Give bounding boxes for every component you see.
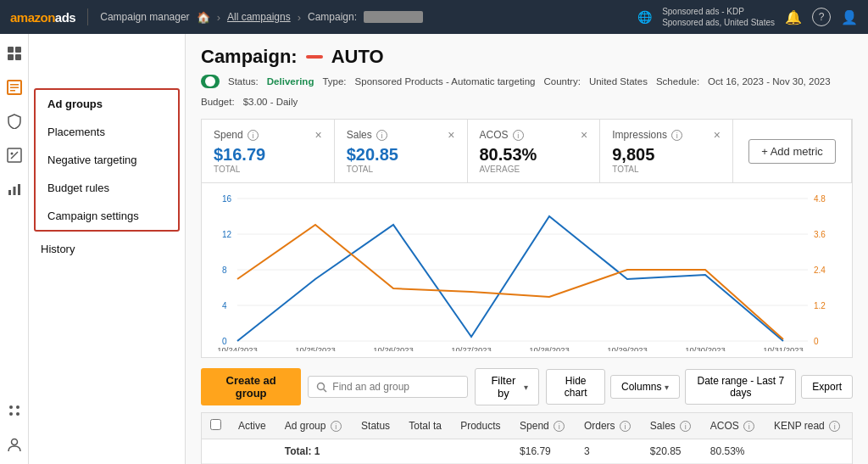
campaign-meta: Status: Delivering Type: Sponsored Produ…	[201, 75, 853, 107]
select-all-checkbox[interactable]	[210, 419, 221, 430]
svg-point-14	[16, 405, 19, 409]
svg-point-17	[11, 439, 17, 445]
sales-info-icon[interactable]: i	[376, 130, 387, 141]
svg-rect-6	[10, 87, 19, 89]
acos-col-info-icon[interactable]: i	[743, 421, 754, 432]
sidebar-item-placements[interactable]: Placements	[36, 118, 178, 146]
sidebar-item-campaign-settings[interactable]: Campaign settings	[36, 202, 178, 230]
svg-text:0: 0	[814, 337, 819, 346]
total-acos: 80.53%	[702, 439, 765, 464]
toolbar: Create ad group Filter by ▾ Hide chart C…	[201, 368, 853, 405]
th-checkbox	[202, 413, 230, 439]
svg-rect-5	[10, 84, 19, 86]
columns-button[interactable]: Columns ▾	[610, 375, 680, 399]
th-products: Products	[452, 413, 511, 439]
svg-point-15	[9, 412, 13, 416]
budget-value: $3.00 - Daily	[243, 97, 298, 107]
type-value: Sponsored Products - Automatic targeting	[355, 76, 536, 87]
status-toggle[interactable]	[201, 75, 220, 88]
add-metric-card[interactable]: + Add metric	[733, 120, 852, 182]
kenp-info-icon[interactable]: i	[829, 421, 840, 432]
sidebar-item-negative-targeting[interactable]: Negative targeting	[36, 146, 178, 174]
svg-text:10/30/2023: 10/30/2023	[685, 345, 726, 351]
campaign-manager-label: Campaign manager	[100, 11, 189, 23]
icon-bar-shield[interactable]	[3, 110, 25, 132]
navbar: amazonads Campaign manager 🏠 › All campa…	[0, 0, 868, 34]
spend-subtext: TOTAL	[214, 165, 322, 174]
spend-value: $16.79	[214, 145, 322, 165]
acos-info-icon[interactable]: i	[513, 130, 524, 141]
acos-close-btn[interactable]: ×	[581, 128, 587, 142]
svg-point-9	[10, 153, 13, 155]
hide-chart-button[interactable]: Hide chart	[546, 369, 605, 405]
navbar-right: 🌐 Sponsored ads - KDP Sponsored ads, Uni…	[637, 6, 858, 28]
th-status: Status	[353, 413, 400, 439]
toolbar-right: Hide chart Columns ▾ Date range - Last 7…	[546, 369, 853, 405]
help-button[interactable]: ?	[812, 8, 831, 26]
acos-subtext: AVERAGE	[480, 165, 588, 174]
sales-close-btn[interactable]: ×	[448, 128, 454, 142]
th-active: Active	[230, 413, 276, 439]
svg-rect-7	[10, 90, 15, 92]
status-value: Delivering	[267, 76, 314, 87]
sidebar-item-budget-rules[interactable]: Budget rules	[36, 174, 178, 202]
spend-close-btn[interactable]: ×	[315, 128, 322, 142]
chart-area: 16 12 8 4 0 4.8 3.6 2.4 1.2 0	[202, 183, 852, 357]
impressions-close-btn[interactable]: ×	[714, 128, 721, 142]
user-button[interactable]: 👤	[841, 9, 858, 25]
svg-text:10/31/2023: 10/31/2023	[763, 345, 804, 351]
icon-bar-grid[interactable]	[3, 42, 25, 64]
impressions-subtext: TOTAL	[612, 165, 721, 174]
spend-info-icon[interactable]: i	[248, 130, 259, 141]
svg-text:2.4: 2.4	[814, 266, 826, 275]
create-ad-group-button[interactable]: Create ad group	[201, 368, 301, 405]
filter-by-button[interactable]: Filter by ▾	[475, 368, 539, 405]
notifications-button[interactable]: 🔔	[785, 9, 802, 25]
svg-rect-10	[8, 190, 11, 195]
svg-text:10/27/2023: 10/27/2023	[451, 345, 492, 351]
svg-text:10/29/2023: 10/29/2023	[607, 345, 648, 351]
acos-value: 80.53%	[480, 145, 588, 165]
breadcrumb-campaign-label: Campaign:	[308, 11, 357, 23]
metric-card-impressions: Impressions i × 9,805 TOTAL	[600, 120, 733, 182]
icon-bar-campaign[interactable]	[3, 76, 25, 98]
icon-bar-apps[interactable]	[3, 400, 25, 422]
add-metric-button[interactable]: + Add metric	[748, 139, 836, 164]
date-range-button[interactable]: Date range - Last 7 days	[685, 369, 796, 405]
svg-point-16	[16, 412, 19, 416]
sales-value: $20.85	[347, 145, 455, 165]
sidebar-item-history[interactable]: History	[29, 235, 185, 263]
export-button[interactable]: Export	[801, 375, 853, 399]
impressions-info-icon[interactable]: i	[671, 130, 682, 141]
search-box	[308, 376, 468, 398]
svg-text:10/26/2023: 10/26/2023	[373, 345, 414, 351]
budget-label: Budget:	[201, 97, 235, 107]
ad-group-info-icon[interactable]: i	[331, 421, 342, 432]
filter-chevron-icon: ▾	[524, 383, 528, 392]
metric-card-sales: Sales i × $20.85 TOTAL	[335, 120, 468, 182]
breadcrumb-all-campaigns[interactable]: All campaigns	[227, 11, 291, 23]
svg-point-13	[9, 405, 13, 409]
svg-point-41	[318, 383, 325, 389]
spend-col-info-icon[interactable]: i	[554, 421, 565, 432]
orders-info-icon[interactable]: i	[620, 421, 631, 432]
sidebar-item-ad-groups[interactable]: Ad groups	[36, 90, 178, 118]
svg-text:16: 16	[222, 194, 232, 204]
breadcrumb-home-icon[interactable]: 🏠	[197, 11, 210, 24]
svg-rect-12	[18, 184, 20, 195]
ad-groups-table: Active Ad group i Status Total ta Produc…	[202, 413, 852, 464]
icon-bar-tag[interactable]	[3, 144, 25, 166]
metric-card-spend: Spend i × $16.79 TOTAL	[202, 120, 335, 182]
th-spend: Spend i	[511, 413, 576, 439]
campaign-name-box	[306, 55, 323, 59]
nav-divider	[87, 8, 88, 25]
icon-bar-chart[interactable]	[3, 178, 25, 200]
svg-rect-1	[15, 47, 21, 53]
icon-bar-user-bottom[interactable]	[3, 433, 25, 456]
svg-text:10/28/2023: 10/28/2023	[529, 345, 570, 351]
campaign-type-label: AUTO	[331, 46, 384, 68]
globe-icon: 🌐	[637, 10, 652, 24]
search-input[interactable]	[332, 381, 459, 393]
schedule-label: Schedule:	[656, 76, 699, 87]
sales-col-info-icon[interactable]: i	[680, 421, 691, 432]
